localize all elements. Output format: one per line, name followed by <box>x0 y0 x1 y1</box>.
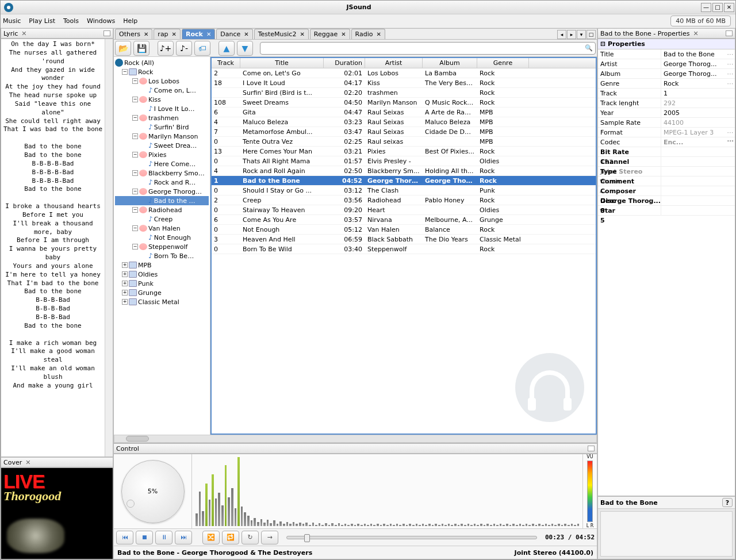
prop-edit-icon[interactable]: ⋯ <box>726 69 735 78</box>
stop-button[interactable]: ⏹ <box>136 531 153 544</box>
tab-dance[interactable]: Dance✕ <box>216 29 252 39</box>
track-row[interactable]: 0 Stairway To Heaven 09:20 Heart Oldies <box>212 205 596 215</box>
properties-section-label[interactable]: ⊟ Properties <box>598 39 735 49</box>
prop-bit-rate[interactable]: Bit Rate 192 <box>598 147 735 157</box>
prop-edit-icon[interactable] <box>726 98 735 108</box>
save-button[interactable]: 💾 <box>133 41 150 56</box>
prop-track[interactable]: Track 1 <box>598 89 735 98</box>
track-row[interactable]: 2 Creep 03:56 Radiohead Pablo Honey Rock <box>212 195 596 205</box>
prop-edit-icon[interactable]: ⋯ <box>726 49 735 59</box>
tab-menu[interactable]: ▾ <box>577 30 586 39</box>
close-button[interactable]: ✕ <box>724 3 734 12</box>
tab-close-icon[interactable]: ✕ <box>376 31 381 37</box>
tree-artist[interactable]: − Pixies <box>115 150 209 159</box>
prop-edit-icon[interactable] <box>726 89 735 98</box>
menu-music[interactable]: Music <box>3 17 21 25</box>
menu-play-list[interactable]: Play List <box>29 17 55 25</box>
sort-desc-button[interactable]: ▼ <box>237 41 253 56</box>
maximize-button[interactable]: □ <box>712 3 723 12</box>
tree-track[interactable]: ♪ Surfin' Bird <box>115 122 209 132</box>
tab-restore[interactable]: □ <box>586 30 596 39</box>
prop-type[interactable]: Type music <box>598 167 735 177</box>
tree-genre[interactable]: + Oldies <box>115 270 209 279</box>
tab-radio[interactable]: Radio✕ <box>351 29 385 39</box>
prop-edit-icon[interactable]: ⋯ <box>726 128 735 137</box>
tab-rock[interactable]: Rock✕ <box>182 29 215 39</box>
tree-root[interactable]: Rock (All) <box>115 58 209 67</box>
prop-year[interactable]: Year 2005 <box>598 108 735 118</box>
tree-genre[interactable]: + Classic Metal <box>115 297 209 306</box>
tab-close-icon[interactable]: ✕ <box>144 31 148 37</box>
tree-hscroll[interactable] <box>114 435 597 443</box>
track-row[interactable]: 4 Maluco Beleza 03:23 Raul Seixas Maluco… <box>212 117 596 127</box>
tree-pane[interactable]: Rock (All)− Rock− Los Lobos♪ Come on, L…… <box>114 57 210 435</box>
tab-scroll-right[interactable]: ▸ <box>567 30 576 39</box>
tree-genre[interactable]: + Punk <box>115 279 209 288</box>
prop-comment[interactable]: Comment ⋯ <box>598 177 735 186</box>
tree-artist[interactable]: − George Thorog… <box>115 187 209 196</box>
prop-edit-icon[interactable]: ⋯ <box>726 59 735 68</box>
menu-tools[interactable]: Tools <box>63 17 79 25</box>
track-row[interactable]: 4 Rock and Roll Again 02:50 Blackberry S… <box>212 166 596 176</box>
prop-edit-icon[interactable] <box>726 118 735 127</box>
col-album[interactable]: Album <box>423 58 477 68</box>
track-row[interactable]: 0 Born To Be Wild 03:40 Steppenwolf Rock <box>212 244 596 254</box>
menu-windows[interactable]: Windows <box>87 17 115 25</box>
track-row[interactable]: 7 Metamorfose Ambul... 03:47 Raul Seixas… <box>212 127 596 137</box>
track-row[interactable]: 0 Thats All Right Mama 01:57 Elvis Presl… <box>212 156 596 166</box>
pause-button[interactable]: ⏸ <box>155 531 172 544</box>
add-track-button[interactable]: ♪+ <box>158 41 174 56</box>
control-panel-minimize[interactable] <box>588 446 595 451</box>
tree-track[interactable]: ♪ Here Come… <box>115 159 209 168</box>
seek-slider[interactable] <box>286 536 537 539</box>
track-row[interactable]: 18 I Love It Loud 04:17 Kiss The Very Be… <box>212 78 596 88</box>
lyric-text[interactable]: On the day I was born* The nurses all ga… <box>1 39 105 457</box>
prop-genre[interactable]: Genre Rock ⋯ <box>598 79 735 89</box>
prop-album[interactable]: Album George Thorog... ⋯ <box>598 69 735 79</box>
prop-edit-icon[interactable]: ⋯ <box>726 79 735 88</box>
go-next-button[interactable]: → <box>261 531 278 544</box>
tree-artist[interactable]: − Van Halen <box>115 224 209 233</box>
prop-edit-icon[interactable]: ⋯ <box>726 137 735 145</box>
volume-knob[interactable]: 5% <box>121 460 185 523</box>
tag-button[interactable]: 🏷 <box>194 41 210 56</box>
track-row[interactable]: 108 Sweet Dreams 04:50 Marilyn Manson Q … <box>212 98 596 108</box>
tree-artist[interactable]: − Steppenwolf <box>115 242 209 251</box>
tab-close-icon[interactable]: ✕ <box>300 31 304 37</box>
tab-close-icon[interactable]: ✕ <box>341 31 346 37</box>
tree-track[interactable]: ♪ Sweet Drea… <box>115 141 209 150</box>
tree-track[interactable]: ♪ Bad to the … <box>115 196 209 205</box>
prop-track-lenght[interactable]: Track lenght 292 <box>598 98 735 108</box>
search-input[interactable] <box>260 43 582 54</box>
tab-close-icon[interactable]: ✕ <box>206 31 211 37</box>
prop-disc[interactable]: Disc 0 <box>598 196 735 206</box>
col-title[interactable]: Title <box>240 58 324 68</box>
tree-artist[interactable]: − Los Lobos <box>115 76 209 86</box>
tree-track[interactable]: ♪ Not Enough <box>115 233 209 242</box>
prop-sample-rate[interactable]: Sample Rate 44100 <box>598 118 735 128</box>
prop-channel[interactable]: Channel Joint Stereo ⋯ <box>598 157 735 167</box>
shuffle-button[interactable]: 🔀 <box>202 531 220 544</box>
tab-others[interactable]: Others✕ <box>115 29 152 39</box>
repeat-button[interactable]: 🔁 <box>222 531 239 544</box>
prop-title[interactable]: Title Bad to the Bone ⋯ <box>598 49 735 59</box>
prop-composer[interactable]: Composer George Thorog... ⋯ <box>598 186 735 196</box>
tree-artist[interactable]: − Blackberry Smo… <box>115 168 209 178</box>
track-row[interactable]: Surfin' Bird (Bird is t... 02:20 trashme… <box>212 88 596 98</box>
cover-panel-close[interactable]: ✕ <box>25 459 30 466</box>
sort-asc-button[interactable]: ▲ <box>218 41 235 56</box>
menu-help[interactable]: Help <box>123 17 137 25</box>
tree-track[interactable]: ♪ Born To Be… <box>115 251 209 260</box>
tracks-body[interactable]: 2 Come on, Let's Go 02:01 Los Lobos La B… <box>212 68 596 254</box>
prop-edit-icon[interactable] <box>726 108 735 117</box>
track-row[interactable]: 6 Come As You Are 03:57 Nirvana Melbourn… <box>212 215 596 225</box>
tab-reggae[interactable]: Reggae✕ <box>310 29 350 39</box>
col-track[interactable]: Track <box>212 58 240 68</box>
minimize-button[interactable]: — <box>701 3 711 12</box>
track-row[interactable]: 13 Here Comes Your Man 03:21 Pixies Best… <box>212 147 596 156</box>
remove-track-button[interactable]: ♪- <box>176 41 192 56</box>
tab-rap[interactable]: rap✕ <box>154 29 181 39</box>
col-artist[interactable]: Artist <box>365 58 423 68</box>
tree-genre[interactable]: − Rock <box>115 67 209 76</box>
tree-genre[interactable]: + Grunge <box>115 288 209 297</box>
